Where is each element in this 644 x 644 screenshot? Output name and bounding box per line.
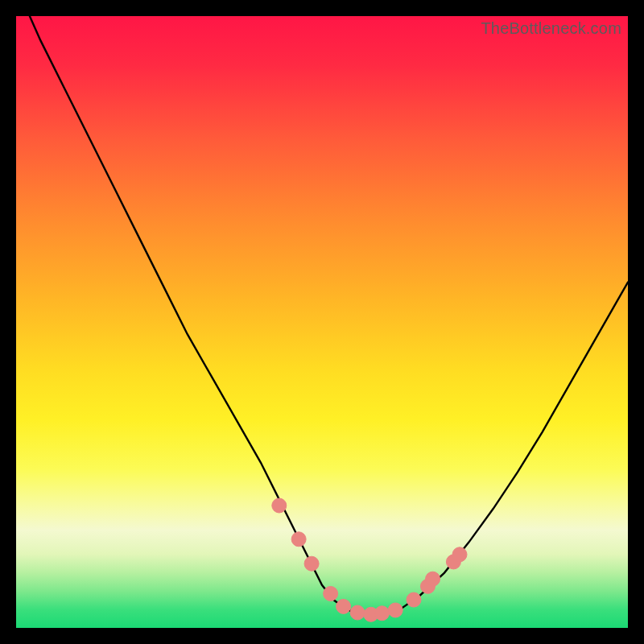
chart-svg xyxy=(16,16,628,628)
curve-marker xyxy=(407,592,421,607)
bottleneck-curve xyxy=(16,16,628,614)
curve-marker xyxy=(324,586,338,601)
curve-marker xyxy=(452,547,467,562)
curve-marker xyxy=(291,532,306,547)
curve-marker xyxy=(426,572,440,586)
curve-markers xyxy=(272,498,467,621)
curve-marker xyxy=(336,599,351,613)
curve-marker xyxy=(374,606,389,621)
curve-marker xyxy=(388,603,402,617)
curve-marker xyxy=(304,556,319,571)
plot-area: TheBottleneck.com xyxy=(16,16,628,628)
curve-marker xyxy=(350,605,365,620)
curve-marker xyxy=(272,498,287,513)
chart-frame: TheBottleneck.com xyxy=(0,0,644,644)
